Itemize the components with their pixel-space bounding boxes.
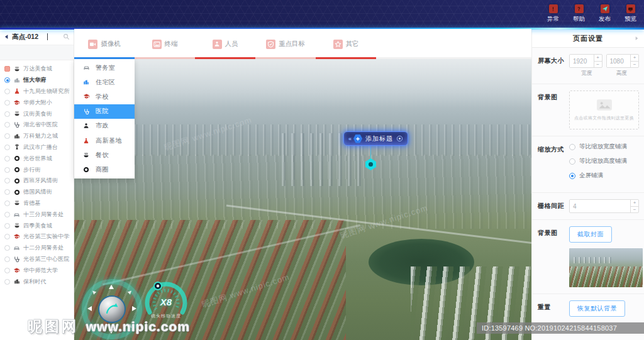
tab-2[interactable]: 终端: [135, 29, 195, 59]
upload-hint: 点击或将文件拖拽到这里更换: [574, 115, 634, 121]
poi-item-17[interactable]: 十二分局警务处: [0, 243, 74, 254]
header-button-2[interactable]: 帮助: [573, 4, 585, 23]
item-radio[interactable]: [4, 77, 10, 83]
category-tabbar: 摄像机 终端 人员 重点目标 其它: [74, 29, 531, 59]
header-actions: 异常 帮助 发布 预览: [547, 4, 636, 23]
tab-4[interactable]: 重点目标: [255, 29, 316, 59]
school-icon: [13, 233, 20, 240]
width-input[interactable]: [570, 55, 594, 67]
poi-item-3[interactable]: 十九局生物研究所: [0, 86, 74, 97]
item-radio[interactable]: [4, 189, 10, 195]
item-label: 十九局生物研究所: [23, 87, 70, 96]
item-label: 汉街美食街: [23, 110, 52, 118]
item-radio[interactable]: [4, 122, 10, 128]
height-decrement[interactable]: −: [631, 62, 638, 68]
poi-sort-toolbar: [0, 45, 74, 60]
item-radio[interactable]: [4, 167, 10, 173]
header-button-4[interactable]: 预览: [625, 4, 636, 23]
menu-item-8[interactable]: 商圈: [74, 162, 135, 177]
top-bar: 异常 帮助 发布 预览: [0, 0, 644, 29]
width-decrement[interactable]: −: [594, 62, 602, 68]
item-radio[interactable]: [4, 145, 10, 150]
item-radio[interactable]: [4, 66, 10, 72]
item-radio[interactable]: [4, 100, 10, 106]
poi-item-18[interactable]: 光谷第三中心医院: [0, 254, 74, 265]
poi-item-13[interactable]: 肯德基: [0, 198, 74, 209]
ring-icon: [13, 178, 20, 184]
poi-item-12[interactable]: 德国风情街: [0, 187, 74, 198]
poi-item-16[interactable]: 光谷第三实验中学: [0, 231, 74, 243]
poi-item-1[interactable]: 万达美食城: [0, 63, 74, 75]
item-radio[interactable]: [4, 223, 10, 229]
menu-item-2[interactable]: 住宅区: [74, 75, 135, 89]
research-icon: [13, 88, 20, 94]
restore-default-background-button[interactable]: 恢复默认背景: [569, 300, 625, 317]
menu-item-7[interactable]: 餐饮: [74, 148, 135, 162]
poi-item-4[interactable]: 华师大附小: [0, 97, 74, 108]
grid-gap-increment[interactable]: +: [631, 200, 638, 207]
ring-icon: [13, 189, 20, 195]
item-radio[interactable]: [4, 268, 10, 273]
width-increment[interactable]: +: [594, 55, 602, 62]
radio-icon[interactable]: [569, 144, 575, 150]
menu-item-3[interactable]: 学校: [74, 89, 135, 104]
item-radio[interactable]: [4, 279, 10, 285]
tab-1[interactable]: 摄像机: [74, 29, 135, 59]
collapse-left-icon[interactable]: [4, 34, 9, 40]
tab-5[interactable]: 其它: [316, 29, 376, 59]
poi-item-8[interactable]: 武汉市广播台: [0, 142, 74, 153]
publish-icon: [602, 6, 608, 12]
height-input[interactable]: [607, 55, 631, 67]
school-icon: [82, 93, 90, 100]
map-canvas[interactable]: 昵图网 www.nipic.com 昵图网 www.nipic.com 昵图网 …: [74, 59, 531, 340]
poi-item-5[interactable]: 汉街美食街: [0, 108, 74, 119]
item-radio[interactable]: [4, 256, 10, 262]
capture-cover-button[interactable]: 截取封面: [569, 226, 612, 243]
menu-item-6[interactable]: 高新基地: [74, 133, 135, 148]
search-input[interactable]: [12, 33, 45, 41]
tab-3[interactable]: 人员: [195, 29, 255, 59]
item-label: 武汉市广播台: [23, 143, 58, 151]
item-radio[interactable]: [4, 111, 10, 117]
watermark-brand: 昵图网: [28, 317, 79, 336]
header-button-3[interactable]: 发布: [599, 4, 611, 23]
background-upload-dropzone[interactable]: 点击或将文件拖拽到这里更换: [569, 90, 639, 129]
map-label-tag[interactable]: « 添加标题: [343, 131, 408, 146]
poi-sidebar: 万达美食城 恒大华府 十九局生物研究所 华师大附小 汉街美食街 湖北省: [0, 29, 74, 340]
scale-option-1[interactable]: 等比缩放宽度铺满: [569, 143, 639, 151]
menu-item-5[interactable]: 市政: [74, 119, 135, 133]
poi-item-15[interactable]: 四季美食城: [0, 220, 74, 231]
scale-option-2[interactable]: 等比缩放高度铺满: [569, 157, 639, 165]
item-radio[interactable]: [4, 245, 10, 251]
grid-gap-input[interactable]: [570, 200, 630, 212]
food-icon: [13, 222, 20, 229]
poi-item-14[interactable]: 十三分局警务处: [0, 209, 74, 220]
poi-item-10[interactable]: 步行街: [0, 164, 74, 175]
radio-icon[interactable]: [569, 158, 575, 165]
menu-item-1[interactable]: 警务室: [74, 60, 135, 75]
poi-item-2[interactable]: 恒大华府: [0, 75, 74, 86]
scale-option-3[interactable]: 全屏铺满: [569, 172, 639, 180]
item-radio[interactable]: [4, 178, 10, 184]
radio-icon[interactable]: [569, 173, 575, 179]
poi-item-19[interactable]: 华中师范大学: [0, 265, 74, 276]
collapse-right-icon[interactable]: [634, 36, 639, 41]
poi-item-6[interactable]: 湖北省中医院: [0, 119, 74, 131]
header-button-1[interactable]: 异常: [547, 4, 559, 23]
item-radio[interactable]: [4, 156, 10, 162]
grid-gap-decrement[interactable]: −: [631, 207, 638, 213]
food-icon: [82, 152, 90, 158]
search-icon[interactable]: [63, 33, 70, 40]
poi-item-9[interactable]: 光谷世界城: [0, 153, 74, 164]
poi-item-20[interactable]: 保利时代: [0, 276, 74, 287]
item-radio[interactable]: [4, 89, 10, 94]
height-increment[interactable]: +: [631, 55, 638, 62]
poi-item-11[interactable]: 西班牙风情街: [0, 175, 74, 187]
item-radio[interactable]: [4, 133, 10, 139]
item-radio[interactable]: [4, 200, 10, 206]
item-radio[interactable]: [4, 212, 10, 217]
target-icon[interactable]: [396, 135, 403, 142]
poi-item-7[interactable]: 万科魅力之城: [0, 131, 74, 142]
menu-item-4[interactable]: 医院: [74, 104, 135, 119]
item-radio[interactable]: [4, 234, 10, 239]
